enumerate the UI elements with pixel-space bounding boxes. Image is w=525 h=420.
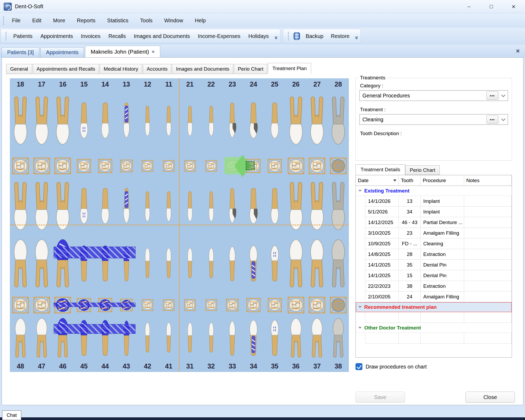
tooth-16[interactable] xyxy=(52,90,74,151)
occlusal-16[interactable] xyxy=(52,154,74,178)
tooth-37[interactable] xyxy=(307,317,328,360)
tooth-13[interactable] xyxy=(116,178,137,236)
tooth-34[interactable] xyxy=(243,236,264,293)
occlusal-34[interactable] xyxy=(243,293,264,317)
tooth-42[interactable] xyxy=(137,317,158,360)
occlusal-32[interactable] xyxy=(201,293,222,317)
occlusal-22[interactable] xyxy=(201,154,222,178)
tooth-25[interactable] xyxy=(264,178,285,236)
tooth-38[interactable] xyxy=(328,317,349,360)
menu-more[interactable]: More xyxy=(48,16,70,25)
menu-grip[interactable] xyxy=(3,16,5,25)
close-button[interactable]: × xyxy=(506,2,521,11)
tooth-15[interactable] xyxy=(73,90,95,151)
tooth-41[interactable] xyxy=(158,236,179,293)
tooth-26[interactable] xyxy=(285,178,307,236)
column-header-notes[interactable]: Notes xyxy=(464,175,512,186)
occlusal-28[interactable] xyxy=(328,154,349,178)
minimize-button[interactable]: – xyxy=(461,2,477,11)
occlusal-12[interactable] xyxy=(137,154,158,178)
tooth-27[interactable] xyxy=(307,178,328,236)
table-row[interactable]: 3/10/202523Amalgam Filling xyxy=(356,228,512,238)
tooth-18[interactable] xyxy=(10,90,31,151)
tooth-46[interactable] xyxy=(52,236,74,293)
occlusal-27[interactable] xyxy=(307,154,328,178)
toolbar-recalls[interactable]: Recalls xyxy=(105,31,130,41)
menu-edit[interactable]: Edit xyxy=(27,16,46,25)
group-header-recommended-treatment-plan[interactable]: Recommended treatment plan xyxy=(356,302,512,312)
occlusal-15[interactable] xyxy=(73,154,95,178)
menu-reports[interactable]: Reports xyxy=(72,16,100,25)
menu-file[interactable]: File xyxy=(7,16,25,25)
occlusal-31[interactable] xyxy=(179,293,201,317)
tooth-17[interactable] xyxy=(31,178,52,236)
tooth-48[interactable] xyxy=(10,236,31,293)
table-row[interactable]: 14/1/202535Dental Pin xyxy=(356,260,512,270)
occlusal-26[interactable] xyxy=(285,154,307,178)
tooth-37[interactable] xyxy=(307,236,328,293)
tooth-15[interactable] xyxy=(73,178,95,236)
tabstrip-close-icon[interactable]: × xyxy=(512,47,523,55)
table-row[interactable]: 5/1/202634Implant xyxy=(356,207,512,217)
tooth-22[interactable] xyxy=(201,90,222,151)
category-dropdown-icon[interactable] xyxy=(499,91,508,101)
tooth-32[interactable] xyxy=(201,317,222,360)
treatment-combo[interactable]: Cleaning ••• xyxy=(359,114,508,125)
tooth-42[interactable] xyxy=(137,236,158,293)
occlusal-33[interactable] xyxy=(222,293,243,317)
tooth-17[interactable] xyxy=(31,90,52,151)
tab-general[interactable]: General xyxy=(6,64,32,74)
toolbar-invoices[interactable]: Invoices xyxy=(77,31,104,41)
tooth-24[interactable] xyxy=(243,90,264,151)
tooth-35[interactable] xyxy=(264,317,285,360)
tooth-33[interactable] xyxy=(222,236,243,293)
tooth-45[interactable] xyxy=(73,317,95,360)
treatment-browse-button[interactable]: ••• xyxy=(486,115,498,124)
close-page-button[interactable]: Close xyxy=(465,392,515,403)
collapse-icon[interactable] xyxy=(358,306,362,308)
tooth-32[interactable] xyxy=(201,236,222,293)
toolbar-holidays[interactable]: Holidays xyxy=(245,31,273,41)
occlusal-48[interactable] xyxy=(10,293,31,317)
occlusal-37[interactable] xyxy=(307,293,328,317)
occlusal-35[interactable] xyxy=(264,293,285,317)
occlusal-14[interactable] xyxy=(95,154,116,178)
occlusal-18[interactable] xyxy=(10,154,31,178)
tooth-13[interactable] xyxy=(116,90,137,151)
menu-statistics[interactable]: Statistics xyxy=(102,16,133,25)
tooth-43[interactable] xyxy=(116,317,137,360)
tooth-38[interactable] xyxy=(328,236,349,293)
category-combo[interactable]: General Procedures ••• xyxy=(359,90,508,101)
toolbar-images-and-documents[interactable]: Images and Documents xyxy=(130,31,194,41)
tooth-28[interactable] xyxy=(328,90,349,151)
occlusal-42[interactable] xyxy=(137,293,158,317)
tooth-45[interactable] xyxy=(73,236,95,293)
occlusal-25[interactable] xyxy=(264,154,285,178)
toolbar-appointments[interactable]: Appointments xyxy=(37,31,77,41)
backup-toolbar-grip[interactable] xyxy=(288,32,289,40)
group-header-existing-treatment[interactable]: Existing Treatment xyxy=(356,186,512,196)
tooth-31[interactable] xyxy=(179,317,201,360)
table-row[interactable] xyxy=(356,333,512,344)
dental-chart[interactable]: 18171615141312112122232425262728 xyxy=(10,78,349,372)
tooth-31[interactable] xyxy=(179,236,201,293)
tooth-14[interactable] xyxy=(95,90,116,151)
column-header-tooth[interactable]: Tooth xyxy=(399,175,421,186)
maximize-button[interactable]: □ xyxy=(484,2,499,11)
table-row[interactable]: 14/1/202613Implant xyxy=(356,196,512,207)
table-row[interactable]: 14/1/202515Dental Pin xyxy=(356,270,512,281)
occlusal-36[interactable] xyxy=(285,293,307,317)
tooth-44[interactable] xyxy=(95,317,116,360)
table-row[interactable] xyxy=(356,312,512,323)
tab-perio-chart[interactable]: Perio Chart xyxy=(234,64,267,74)
restore-button[interactable]: Restore xyxy=(327,31,353,41)
tooth-11[interactable] xyxy=(158,90,179,151)
doctab-close-icon[interactable]: × xyxy=(152,49,155,55)
tooth-46[interactable] xyxy=(52,317,74,360)
table-row[interactable]: 10/9/2025FD - ...Cleaning xyxy=(356,238,512,249)
tooth-26[interactable] xyxy=(285,90,307,151)
tooth-23[interactable] xyxy=(222,178,243,236)
menu-help[interactable]: Help xyxy=(190,16,210,25)
column-header-procedure[interactable]: Procedure xyxy=(421,175,464,186)
tab-perio-chart[interactable]: Perio Chart xyxy=(405,165,440,175)
